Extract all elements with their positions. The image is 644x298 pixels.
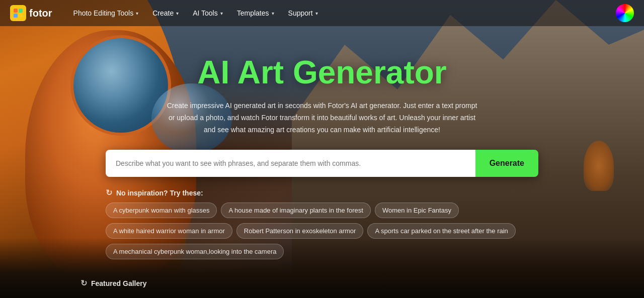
nav-create-label: Create — [152, 9, 174, 17]
chevron-down-icon: ▾ — [220, 11, 223, 16]
nav-support[interactable]: Support ▾ — [282, 6, 324, 20]
generate-button[interactable]: Generate — [475, 150, 538, 177]
nav-photo-editing-label: Photo Editing Tools — [73, 9, 134, 17]
suggestion-tag[interactable]: A sports car parked on the street after … — [367, 223, 515, 239]
logo[interactable]: fotor — [10, 5, 52, 21]
hero-content: AI Art Generator Create impressive AI ge… — [0, 0, 644, 298]
chevron-down-icon: ▾ — [272, 11, 274, 16]
nav-templates-label: Templates — [237, 9, 269, 17]
nav-items: Photo Editing Tools ▾ Create ▾ AI Tools … — [67, 6, 616, 20]
suggestion-tag[interactable]: A house made of imaginary plants in the … — [221, 203, 370, 218]
suggestion-row-2: A white haired warrior woman in armor Ro… — [106, 223, 516, 239]
chevron-down-icon: ▾ — [176, 11, 179, 16]
suggestion-tag[interactable]: Robert Patterson in exoskeleton armor — [236, 223, 364, 239]
prompt-input[interactable] — [106, 150, 475, 177]
search-bar: Generate — [106, 150, 538, 177]
svg-rect-0 — [14, 9, 18, 13]
logo-icon — [10, 5, 26, 21]
featured-gallery-label: Featured Gallery — [91, 279, 147, 287]
logo-text: fotor — [29, 8, 52, 19]
nav-support-label: Support — [288, 9, 313, 17]
suggestion-header-text: No inspiration? Try these: — [116, 189, 203, 197]
nav-templates[interactable]: Templates ▾ — [231, 6, 280, 20]
suggestions-area: ↻ No inspiration? Try these: A cyberpunk… — [106, 188, 538, 259]
svg-rect-2 — [14, 14, 18, 18]
hero-title: AI Art Generator — [197, 55, 447, 90]
featured-gallery-section: ↻ Featured Gallery — [80, 278, 147, 288]
chevron-down-icon: ▾ — [315, 11, 318, 16]
nav-right — [616, 4, 634, 22]
nav-photo-editing[interactable]: Photo Editing Tools ▾ — [67, 6, 145, 20]
featured-gallery-icon: ↻ — [80, 278, 87, 288]
nav-ai-tools-label: AI Tools — [193, 9, 218, 17]
svg-rect-3 — [19, 14, 23, 18]
suggestion-tag[interactable]: A cyberpunk woman with glasses — [106, 203, 217, 218]
navbar: fotor Photo Editing Tools ▾ Create ▾ AI … — [0, 0, 644, 26]
color-wheel-icon[interactable] — [616, 4, 634, 22]
svg-rect-1 — [19, 9, 23, 13]
nav-create[interactable]: Create ▾ — [146, 6, 185, 20]
refresh-icon: ↻ — [106, 188, 112, 197]
fotor-logo-svg — [13, 8, 23, 18]
hero-section: fotor Photo Editing Tools ▾ Create ▾ AI … — [0, 0, 644, 298]
suggestion-row-1: A cyberpunk woman with glasses A house m… — [106, 203, 459, 218]
suggestion-row-3: A mechanical cyberpunk woman,looking int… — [106, 244, 284, 259]
nav-ai-tools[interactable]: AI Tools ▾ — [187, 6, 229, 20]
suggestion-header: ↻ No inspiration? Try these: — [106, 188, 203, 197]
suggestion-tag[interactable]: A mechanical cyberpunk woman,looking int… — [106, 244, 284, 259]
hero-subtitle: Create impressive AI generated art in se… — [166, 100, 478, 136]
suggestion-tag[interactable]: Women in Epic Fantasy — [375, 203, 459, 218]
chevron-down-icon: ▾ — [136, 11, 138, 16]
suggestion-tag[interactable]: A white haired warrior woman in armor — [106, 223, 232, 239]
